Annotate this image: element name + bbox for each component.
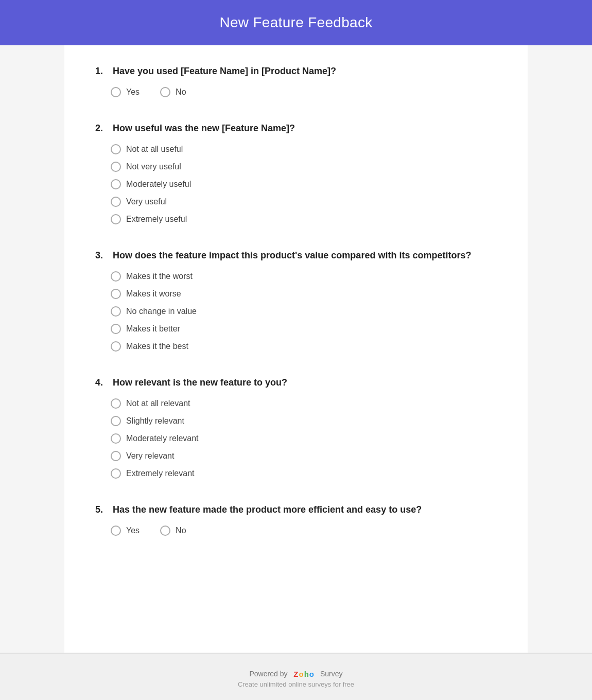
question-2-text: How useful was the new [Feature Name]? bbox=[113, 123, 295, 134]
question-1-text: Have you used [Feature Name] in [Product… bbox=[113, 66, 336, 77]
q3-radio-4[interactable] bbox=[111, 341, 121, 352]
q1-no-label: No bbox=[176, 87, 186, 97]
q4-option-2[interactable]: Moderately relevant bbox=[111, 433, 497, 444]
page-title: New Feature Feedback bbox=[10, 14, 582, 31]
powered-by-text: Powered by bbox=[250, 670, 288, 678]
q3-radio-1[interactable] bbox=[111, 289, 121, 299]
question-4-number: 4. bbox=[95, 377, 110, 388]
q3-option-2[interactable]: No change in value bbox=[111, 306, 497, 317]
question-2-title: 2. How useful was the new [Feature Name]… bbox=[95, 123, 497, 134]
q1-no-radio[interactable] bbox=[160, 87, 170, 97]
q4-label-4: Extremely relevant bbox=[126, 469, 195, 478]
q2-radio-2[interactable] bbox=[111, 179, 121, 189]
question-5-options: Yes No bbox=[95, 526, 497, 536]
question-2-options: Not at all useful Not very useful Modera… bbox=[95, 144, 497, 224]
q3-radio-2[interactable] bbox=[111, 306, 121, 317]
question-2-number: 2. bbox=[95, 123, 110, 134]
question-4-title: 4. How relevant is the new feature to yo… bbox=[95, 377, 497, 388]
question-1: 1. Have you used [Feature Name] in [Prod… bbox=[95, 66, 497, 97]
q2-option-1[interactable]: Not very useful bbox=[111, 162, 497, 172]
q4-radio-3[interactable] bbox=[111, 451, 121, 461]
zoho-o1: o bbox=[299, 670, 304, 678]
q2-label-2: Moderately useful bbox=[126, 180, 191, 189]
q2-option-4[interactable]: Extremely useful bbox=[111, 214, 497, 224]
q3-label-1: Makes it worse bbox=[126, 289, 181, 299]
question-5-title: 5. Has the new feature made the product … bbox=[95, 504, 497, 515]
question-3-options: Makes it the worst Makes it worse No cha… bbox=[95, 271, 497, 352]
question-1-options: Yes No bbox=[95, 87, 497, 97]
zoho-logo: Zoho bbox=[293, 670, 314, 678]
question-4: 4. How relevant is the new feature to yo… bbox=[95, 377, 497, 479]
question-1-number: 1. bbox=[95, 66, 110, 77]
q4-option-0[interactable]: Not at all relevant bbox=[111, 398, 497, 409]
q1-yes-label: Yes bbox=[126, 87, 140, 97]
q4-option-3[interactable]: Very relevant bbox=[111, 451, 497, 461]
q2-option-0[interactable]: Not at all useful bbox=[111, 144, 497, 154]
q4-label-0: Not at all relevant bbox=[126, 399, 190, 408]
q3-label-4: Makes it the best bbox=[126, 342, 188, 351]
q2-radio-3[interactable] bbox=[111, 197, 121, 207]
question-3: 3. How does the feature impact this prod… bbox=[95, 250, 497, 352]
footer: Powered by Zoho Survey Create unlimited … bbox=[0, 653, 592, 700]
q2-radio-4[interactable] bbox=[111, 214, 121, 224]
header: New Feature Feedback bbox=[0, 0, 592, 45]
q5-no-label: No bbox=[176, 526, 186, 535]
q5-yes-option[interactable]: Yes bbox=[111, 526, 140, 536]
zoho-o2: o bbox=[309, 670, 314, 678]
q2-option-3[interactable]: Very useful bbox=[111, 197, 497, 207]
question-4-options: Not at all relevant Slightly relevant Mo… bbox=[95, 398, 497, 479]
q3-label-2: No change in value bbox=[126, 307, 197, 316]
question-4-text: How relevant is the new feature to you? bbox=[113, 377, 287, 388]
q5-yes-radio[interactable] bbox=[111, 526, 121, 536]
q3-option-3[interactable]: Makes it better bbox=[111, 324, 497, 334]
q4-radio-2[interactable] bbox=[111, 433, 121, 444]
zoho-z: Z bbox=[293, 670, 298, 678]
survey-body: 1. Have you used [Feature Name] in [Prod… bbox=[64, 45, 528, 653]
q2-label-3: Very useful bbox=[126, 197, 167, 206]
q3-label-3: Makes it better bbox=[126, 324, 180, 334]
q5-yes-label: Yes bbox=[126, 526, 140, 535]
q3-label-0: Makes it the worst bbox=[126, 272, 193, 281]
q1-yes-option[interactable]: Yes bbox=[111, 87, 140, 97]
q4-option-1[interactable]: Slightly relevant bbox=[111, 416, 497, 426]
q4-label-2: Moderately relevant bbox=[126, 434, 199, 443]
q4-option-4[interactable]: Extremely relevant bbox=[111, 468, 497, 479]
q2-radio-0[interactable] bbox=[111, 144, 121, 154]
q3-option-1[interactable]: Makes it worse bbox=[111, 289, 497, 299]
q1-no-option[interactable]: No bbox=[160, 87, 186, 97]
q4-label-1: Slightly relevant bbox=[126, 416, 184, 426]
q2-label-0: Not at all useful bbox=[126, 145, 183, 154]
question-5-number: 5. bbox=[95, 504, 110, 515]
question-2: 2. How useful was the new [Feature Name]… bbox=[95, 123, 497, 224]
q5-no-option[interactable]: No bbox=[160, 526, 186, 536]
q3-option-0[interactable]: Makes it the worst bbox=[111, 271, 497, 282]
q1-yes-radio[interactable] bbox=[111, 87, 121, 97]
q5-no-radio[interactable] bbox=[160, 526, 170, 536]
q4-radio-1[interactable] bbox=[111, 416, 121, 426]
q3-option-4[interactable]: Makes it the best bbox=[111, 341, 497, 352]
q2-label-4: Extremely useful bbox=[126, 215, 187, 224]
q4-radio-4[interactable] bbox=[111, 468, 121, 479]
q4-radio-0[interactable] bbox=[111, 398, 121, 409]
question-5-text: Has the new feature made the product mor… bbox=[113, 504, 422, 515]
q3-radio-3[interactable] bbox=[111, 324, 121, 334]
zoho-h: h bbox=[304, 670, 309, 678]
question-3-title: 3. How does the feature impact this prod… bbox=[95, 250, 497, 261]
question-1-title: 1. Have you used [Feature Name] in [Prod… bbox=[95, 66, 497, 77]
question-5: 5. Has the new feature made the product … bbox=[95, 504, 497, 536]
q2-radio-1[interactable] bbox=[111, 162, 121, 172]
question-3-text: How does the feature impact this product… bbox=[113, 250, 471, 261]
question-3-number: 3. bbox=[95, 250, 110, 261]
survey-label: Survey bbox=[320, 670, 343, 678]
footer-brand: Powered by Zoho Survey bbox=[250, 670, 343, 678]
q4-label-3: Very relevant bbox=[126, 451, 174, 461]
q2-label-1: Not very useful bbox=[126, 162, 181, 171]
q2-option-2[interactable]: Moderately useful bbox=[111, 179, 497, 189]
footer-subtext: Create unlimited online surveys for free bbox=[10, 680, 582, 688]
q3-radio-0[interactable] bbox=[111, 271, 121, 282]
